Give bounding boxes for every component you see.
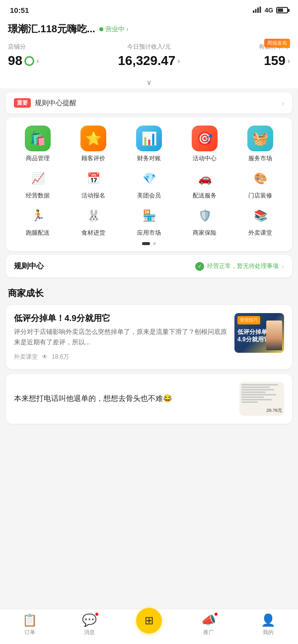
activity-label: 活动中心: [193, 154, 217, 163]
menu-item-service[interactable]: 🧺 服务市场: [232, 126, 288, 163]
article-card-1[interactable]: 低评分掉单！4.9分就用它 评分对于店铺影响外卖店怎么突然掉单了，原来是流量下滑…: [6, 305, 292, 369]
home-center-button[interactable]: ⊞: [136, 608, 162, 634]
rules-status-text: 经营正常，暂无待处理事项: [207, 262, 279, 270]
revenue-stat[interactable]: 今日预计收入/元 16,329.47 ›: [102, 43, 196, 68]
menu-item-data[interactable]: 📈 经营数据: [10, 169, 66, 200]
menu-item-activity[interactable]: 🎯 活动中心: [177, 126, 232, 163]
data-icon: 📈: [28, 169, 48, 189]
insurance-icon: 🛡️: [195, 206, 215, 226]
menu-item-appmarket[interactable]: 🏪 应用市场: [121, 206, 177, 237]
weekly-badge: 周报发布: [264, 39, 290, 48]
finance-icon: 📊: [136, 126, 162, 151]
menu-item-runner[interactable]: 🏃 跑腿配送: [10, 206, 66, 237]
menu-grid-row3: 🏃 跑腿配送 🐰 食材进货 🏪 应用市场 🛡️ 商家保险 📚 外卖课堂: [10, 206, 288, 237]
article-desc-1: 评分对于店铺影响外卖店怎么突然掉单了，原来是流量下滑了？刨根问底原来是近期有了差…: [14, 327, 228, 348]
menu-item-delivery[interactable]: 🚗 配送服务: [177, 169, 232, 200]
menu-item-review[interactable]: ⭐ 顾客评价: [66, 126, 121, 163]
svg-rect-3: [259, 6, 261, 13]
promote-icon-wrap: 📣: [201, 613, 216, 627]
menu-item-course[interactable]: 📚 外卖课堂: [232, 206, 288, 237]
collapse-row[interactable]: ∨: [0, 74, 298, 88]
review-label: 顾客评价: [81, 154, 105, 163]
thumb-label: 营营技巧: [237, 316, 260, 324]
orders-icon-wrap: 📋: [22, 613, 37, 627]
status-bar: 10:51 4G: [0, 0, 298, 18]
stats-row: 店铺分 98 › 今日预计收入/元 16,329.47 › 周报发布 有效订单/…: [8, 43, 290, 68]
menu-item-member[interactable]: 💎 美团会员: [121, 169, 177, 200]
menu-item-decor[interactable]: 🎨 门店装修: [232, 169, 288, 200]
score-label: 店铺分: [8, 43, 102, 51]
menu-item-finance[interactable]: 📊 财务对账: [121, 126, 177, 163]
nav-item-mine[interactable]: 👤 我的: [238, 613, 298, 636]
bottom-nav: 📋 订单 💬 消息 ⊞ 📣 推广 👤 我的: [0, 609, 298, 644]
course-icon: 📚: [250, 206, 270, 226]
article-source-1: 外卖课堂: [14, 353, 38, 361]
menu-card: 🛍️ 商品管理 ⭐ 顾客评价 📊 财务对账 🎯 活动中心 🧺 服务市场: [6, 118, 292, 251]
status-icons: 4G: [253, 6, 288, 14]
notice-bar[interactable]: 重要 规则中心提醒 ›: [6, 92, 292, 114]
menu-item-goods[interactable]: 🛍️ 商品管理: [10, 126, 66, 163]
network-type: 4G: [265, 6, 273, 14]
orders-stat[interactable]: 周报发布 有效订单/单 159 ›: [196, 43, 290, 68]
shop-score-stat[interactable]: 店铺分 98 ›: [8, 43, 102, 68]
collapse-icon: ∨: [147, 78, 151, 86]
merchant-growth-section: 商家成长 低评分掉单！4.9分就用它 评分对于店铺影响外卖店怎么突然掉单了，原来…: [0, 281, 298, 424]
status-chevron-icon: ›: [127, 26, 129, 33]
status-time: 10:51: [10, 6, 29, 14]
rules-check-icon: ✓: [195, 262, 204, 271]
activity-icon: 🎯: [192, 126, 218, 151]
dot-2: [153, 242, 156, 245]
shop-status-badge[interactable]: 营业中 ›: [99, 25, 129, 34]
rules-center-title: 规则中心: [14, 261, 44, 271]
promote-icon: 📣: [201, 613, 216, 627]
nav-item-message[interactable]: 💬 消息: [60, 613, 119, 636]
nav-item-promote[interactable]: 📣 推广: [179, 613, 238, 636]
page-dots: [10, 242, 288, 245]
article-text-2: 本来想打电话叫他退单的，想想去骨头也不难😂: [14, 393, 233, 404]
notice-arrow-icon: ›: [282, 99, 284, 108]
score-value: 98 ›: [8, 53, 102, 68]
promote-red-dot: [214, 612, 218, 616]
article-card-2[interactable]: 本来想打电话叫他退单的，想想去骨头也不难😂 20.76元: [6, 374, 292, 424]
revenue-label: 今日预计收入/元: [102, 43, 196, 51]
finance-label: 财务对账: [137, 154, 161, 163]
article-views-1: 18.6万: [52, 353, 69, 361]
service-label: 服务市场: [248, 154, 272, 163]
signup-icon: 📅: [83, 169, 103, 189]
appmarket-icon: 🏪: [139, 206, 159, 226]
article-thumb-2: 20.76元: [239, 382, 284, 416]
eye-icon: 👁: [42, 353, 48, 360]
service-icon: 🧺: [247, 126, 273, 151]
orders-value: 159 ›: [196, 53, 290, 68]
status-dot: [99, 27, 103, 31]
nav-item-orders[interactable]: 📋 订单: [0, 613, 60, 636]
menu-item-food[interactable]: 🐰 食材进货: [66, 206, 121, 237]
rules-center-bar[interactable]: 规则中心 ✓ 经营正常，暂无待处理事项 ›: [6, 255, 292, 277]
menu-item-insurance[interactable]: 🛡️ 商家保险: [177, 206, 232, 237]
goods-icon: 🛍️: [25, 126, 51, 151]
menu-item-signup[interactable]: 📅 活动报名: [66, 169, 121, 200]
rules-status: ✓ 经营正常，暂无待处理事项 ›: [195, 262, 284, 271]
mine-nav-label: 我的: [263, 629, 274, 636]
section-title: 商家成长: [0, 281, 298, 303]
svg-rect-1: [255, 9, 256, 13]
revenue-value: 16,329.47 ›: [102, 53, 196, 68]
signal-bars-icon: [253, 6, 262, 14]
nav-item-home[interactable]: ⊞: [119, 616, 179, 634]
delivery-icon: 🚗: [195, 169, 215, 189]
notice-left: 重要 规则中心提醒: [14, 98, 76, 108]
status-text: 营业中: [105, 25, 125, 34]
goods-label: 商品管理: [26, 154, 50, 163]
mine-icon-wrap: 👤: [261, 613, 276, 627]
message-red-dot: [95, 612, 99, 616]
rules-arrow-icon: ›: [282, 262, 284, 270]
battery-icon: [276, 7, 288, 13]
notice-tag: 重要: [14, 98, 31, 108]
score-arrow-icon: ›: [36, 57, 39, 65]
orders-nav-label: 订单: [24, 629, 35, 636]
decor-icon: 🎨: [250, 169, 270, 189]
message-icon-wrap: 💬: [82, 613, 97, 627]
promote-nav-label: 推广: [203, 629, 214, 636]
menu-grid-row1: 🛍️ 商品管理 ⭐ 顾客评价 📊 财务对账 🎯 活动中心 🧺 服务市场: [10, 126, 288, 163]
notice-text: 规则中心提醒: [35, 99, 76, 108]
